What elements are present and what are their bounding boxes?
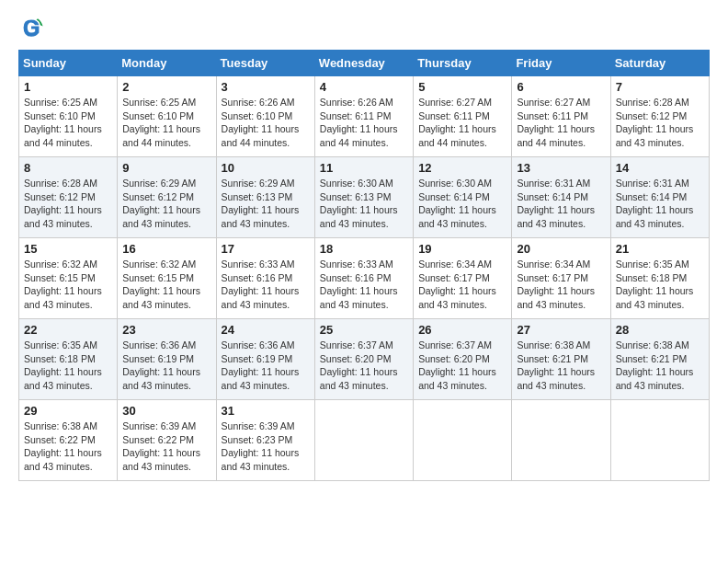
day-number: 31 — [222, 404, 310, 418]
weekday-header: Monday — [118, 51, 216, 76]
day-number: 21 — [616, 242, 704, 256]
calendar-cell: 16Sunrise: 6:32 AMSunset: 6:15 PMDayligh… — [118, 238, 216, 319]
day-number: 30 — [122, 404, 210, 418]
page-header — [18, 15, 710, 40]
calendar-cell: 11Sunrise: 6:30 AMSunset: 6:13 PMDayligh… — [314, 157, 413, 238]
calendar-cell: 3Sunrise: 6:26 AMSunset: 6:10 PMDaylight… — [216, 76, 314, 157]
calendar-cell: 12Sunrise: 6:30 AMSunset: 6:14 PMDayligh… — [414, 157, 512, 238]
calendar-cell — [414, 400, 512, 481]
calendar-cell: 4Sunrise: 6:26 AMSunset: 6:11 PMDaylight… — [314, 76, 413, 157]
calendar-cell: 27Sunrise: 6:38 AMSunset: 6:21 PMDayligh… — [512, 319, 610, 400]
calendar-cell: 30Sunrise: 6:39 AMSunset: 6:22 PMDayligh… — [118, 400, 216, 481]
day-info: Sunrise: 6:35 AMSunset: 6:18 PMDaylight:… — [24, 339, 112, 393]
day-info: Sunrise: 6:33 AMSunset: 6:16 PMDaylight:… — [222, 258, 310, 312]
calendar-cell: 22Sunrise: 6:35 AMSunset: 6:18 PMDayligh… — [19, 319, 118, 400]
calendar-cell: 26Sunrise: 6:37 AMSunset: 6:20 PMDayligh… — [414, 319, 512, 400]
day-info: Sunrise: 6:39 AMSunset: 6:23 PMDaylight:… — [222, 419, 310, 474]
day-number: 22 — [24, 323, 112, 337]
day-info: Sunrise: 6:26 AMSunset: 6:11 PMDaylight:… — [320, 96, 408, 150]
calendar-cell: 15Sunrise: 6:32 AMSunset: 6:15 PMDayligh… — [19, 238, 118, 319]
day-number: 7 — [616, 80, 704, 94]
calendar-cell: 2Sunrise: 6:25 AMSunset: 6:10 PMDaylight… — [118, 76, 216, 157]
calendar-week-row: 8Sunrise: 6:28 AMSunset: 6:12 PMDaylight… — [19, 157, 710, 238]
calendar-cell: 23Sunrise: 6:36 AMSunset: 6:19 PMDayligh… — [118, 319, 216, 400]
calendar-week-row: 1Sunrise: 6:25 AMSunset: 6:10 PMDaylight… — [19, 76, 710, 157]
calendar-cell — [314, 400, 413, 481]
day-number: 2 — [122, 80, 210, 94]
day-info: Sunrise: 6:28 AMSunset: 6:12 PMDaylight:… — [24, 177, 112, 231]
day-number: 6 — [517, 80, 605, 94]
calendar-cell: 24Sunrise: 6:36 AMSunset: 6:19 PMDayligh… — [216, 319, 314, 400]
day-number: 1 — [24, 80, 112, 94]
calendar-cell: 8Sunrise: 6:28 AMSunset: 6:12 PMDaylight… — [19, 157, 118, 238]
calendar-cell: 20Sunrise: 6:34 AMSunset: 6:17 PMDayligh… — [512, 238, 610, 319]
calendar-cell: 13Sunrise: 6:31 AMSunset: 6:14 PMDayligh… — [512, 157, 610, 238]
calendar-cell — [610, 400, 709, 481]
day-info: Sunrise: 6:38 AMSunset: 6:22 PMDaylight:… — [24, 419, 112, 474]
logo-icon — [18, 15, 44, 40]
calendar-cell: 7Sunrise: 6:28 AMSunset: 6:12 PMDaylight… — [610, 76, 709, 157]
calendar-cell: 21Sunrise: 6:35 AMSunset: 6:18 PMDayligh… — [610, 238, 709, 319]
day-number: 11 — [320, 161, 408, 175]
weekday-header: Sunday — [19, 51, 118, 76]
day-number: 17 — [222, 242, 310, 256]
calendar-cell: 5Sunrise: 6:27 AMSunset: 6:11 PMDaylight… — [414, 76, 512, 157]
day-number: 16 — [122, 242, 210, 256]
day-number: 23 — [122, 323, 210, 337]
calendar-cell — [512, 400, 610, 481]
weekday-header: Friday — [512, 51, 610, 76]
logo — [18, 15, 48, 40]
weekday-header: Wednesday — [314, 51, 413, 76]
calendar-cell: 10Sunrise: 6:29 AMSunset: 6:13 PMDayligh… — [216, 157, 314, 238]
day-info: Sunrise: 6:32 AMSunset: 6:15 PMDaylight:… — [122, 258, 210, 312]
day-info: Sunrise: 6:27 AMSunset: 6:11 PMDaylight:… — [418, 96, 506, 150]
weekday-header: Tuesday — [216, 51, 314, 76]
day-number: 24 — [222, 323, 310, 337]
day-number: 3 — [222, 80, 310, 94]
day-info: Sunrise: 6:34 AMSunset: 6:17 PMDaylight:… — [517, 258, 605, 312]
day-info: Sunrise: 6:36 AMSunset: 6:19 PMDaylight:… — [222, 339, 310, 393]
day-number: 9 — [122, 161, 210, 175]
day-info: Sunrise: 6:33 AMSunset: 6:16 PMDaylight:… — [320, 258, 408, 312]
day-number: 29 — [24, 404, 112, 418]
day-info: Sunrise: 6:31 AMSunset: 6:14 PMDaylight:… — [517, 177, 605, 231]
day-number: 14 — [616, 161, 704, 175]
calendar-cell: 19Sunrise: 6:34 AMSunset: 6:17 PMDayligh… — [414, 238, 512, 319]
day-info: Sunrise: 6:29 AMSunset: 6:12 PMDaylight:… — [122, 177, 210, 231]
calendar-cell: 18Sunrise: 6:33 AMSunset: 6:16 PMDayligh… — [314, 238, 413, 319]
calendar-cell: 6Sunrise: 6:27 AMSunset: 6:11 PMDaylight… — [512, 76, 610, 157]
calendar-cell: 28Sunrise: 6:38 AMSunset: 6:21 PMDayligh… — [610, 319, 709, 400]
day-info: Sunrise: 6:38 AMSunset: 6:21 PMDaylight:… — [616, 339, 704, 393]
day-info: Sunrise: 6:28 AMSunset: 6:12 PMDaylight:… — [616, 96, 704, 150]
calendar-cell: 25Sunrise: 6:37 AMSunset: 6:20 PMDayligh… — [314, 319, 413, 400]
day-number: 13 — [517, 161, 605, 175]
day-info: Sunrise: 6:25 AMSunset: 6:10 PMDaylight:… — [122, 96, 210, 150]
day-info: Sunrise: 6:34 AMSunset: 6:17 PMDaylight:… — [418, 258, 506, 312]
day-info: Sunrise: 6:32 AMSunset: 6:15 PMDaylight:… — [24, 258, 112, 312]
calendar-cell: 9Sunrise: 6:29 AMSunset: 6:12 PMDaylight… — [118, 157, 216, 238]
day-number: 12 — [418, 161, 506, 175]
day-number: 18 — [320, 242, 408, 256]
calendar-cell: 17Sunrise: 6:33 AMSunset: 6:16 PMDayligh… — [216, 238, 314, 319]
calendar-week-row: 15Sunrise: 6:32 AMSunset: 6:15 PMDayligh… — [19, 238, 710, 319]
day-number: 28 — [616, 323, 704, 337]
calendar-cell: 14Sunrise: 6:31 AMSunset: 6:14 PMDayligh… — [610, 157, 709, 238]
day-number: 25 — [320, 323, 408, 337]
day-info: Sunrise: 6:37 AMSunset: 6:20 PMDaylight:… — [320, 339, 408, 393]
day-number: 27 — [517, 323, 605, 337]
calendar-table: SundayMondayTuesdayWednesdayThursdayFrid… — [18, 50, 710, 481]
day-info: Sunrise: 6:25 AMSunset: 6:10 PMDaylight:… — [24, 96, 112, 150]
day-info: Sunrise: 6:30 AMSunset: 6:14 PMDaylight:… — [418, 177, 506, 231]
day-number: 5 — [418, 80, 506, 94]
calendar-week-row: 22Sunrise: 6:35 AMSunset: 6:18 PMDayligh… — [19, 319, 710, 400]
day-info: Sunrise: 6:31 AMSunset: 6:14 PMDaylight:… — [616, 177, 704, 231]
weekday-header: Thursday — [414, 51, 512, 76]
day-number: 26 — [418, 323, 506, 337]
day-number: 4 — [320, 80, 408, 94]
day-info: Sunrise: 6:29 AMSunset: 6:13 PMDaylight:… — [222, 177, 310, 231]
day-info: Sunrise: 6:30 AMSunset: 6:13 PMDaylight:… — [320, 177, 408, 231]
calendar-cell: 31Sunrise: 6:39 AMSunset: 6:23 PMDayligh… — [216, 400, 314, 481]
calendar-cell: 29Sunrise: 6:38 AMSunset: 6:22 PMDayligh… — [19, 400, 118, 481]
day-info: Sunrise: 6:39 AMSunset: 6:22 PMDaylight:… — [122, 419, 210, 474]
day-info: Sunrise: 6:36 AMSunset: 6:19 PMDaylight:… — [122, 339, 210, 393]
